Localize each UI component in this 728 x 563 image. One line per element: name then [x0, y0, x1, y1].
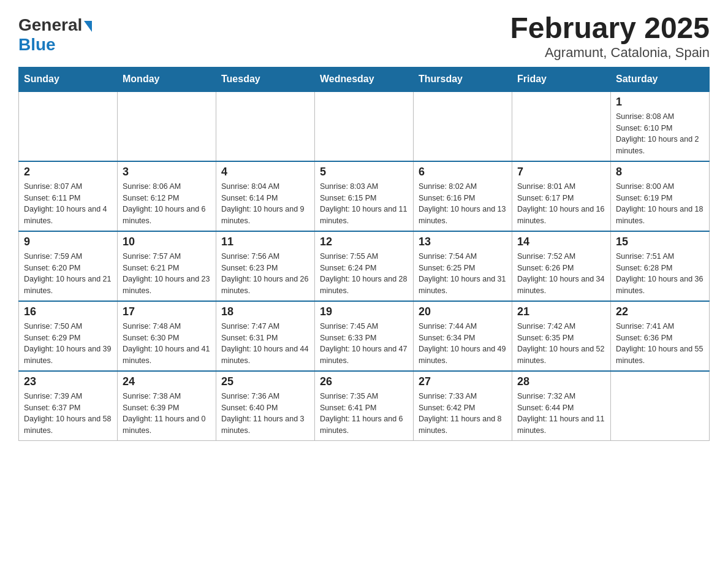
day-info: Sunrise: 7:55 AMSunset: 6:24 PMDaylight:… — [320, 251, 408, 297]
calendar-day-cell: 13Sunrise: 7:54 AMSunset: 6:25 PMDayligh… — [414, 231, 512, 301]
calendar-day-cell: 7Sunrise: 8:01 AMSunset: 6:17 PMDaylight… — [512, 161, 611, 231]
calendar-day-cell: 21Sunrise: 7:42 AMSunset: 6:35 PMDayligh… — [512, 301, 611, 371]
day-info: Sunrise: 7:48 AMSunset: 6:30 PMDaylight:… — [123, 321, 211, 367]
logo: General Blue — [18, 12, 92, 55]
logo-triangle-icon — [84, 21, 92, 32]
calendar-header-row: SundayMondayTuesdayWednesdayThursdayFrid… — [19, 67, 710, 91]
day-info: Sunrise: 7:57 AMSunset: 6:21 PMDaylight:… — [123, 251, 211, 297]
calendar-day-cell: 2Sunrise: 8:07 AMSunset: 6:11 PMDaylight… — [19, 161, 118, 231]
calendar-day-cell: 19Sunrise: 7:45 AMSunset: 6:33 PMDayligh… — [315, 301, 414, 371]
calendar-day-cell: 3Sunrise: 8:06 AMSunset: 6:12 PMDaylight… — [118, 161, 216, 231]
day-info: Sunrise: 8:00 AMSunset: 6:19 PMDaylight:… — [616, 181, 704, 227]
day-number: 18 — [221, 305, 309, 318]
day-number: 17 — [123, 305, 211, 318]
empty-calendar-cell — [118, 91, 216, 161]
day-info: Sunrise: 7:38 AMSunset: 6:39 PMDaylight:… — [123, 391, 211, 437]
day-info: Sunrise: 7:51 AMSunset: 6:28 PMDaylight:… — [616, 251, 704, 297]
week-row: 1Sunrise: 8:08 AMSunset: 6:10 PMDaylight… — [19, 91, 710, 161]
day-of-week-header: Thursday — [414, 67, 512, 91]
day-number: 12 — [320, 236, 408, 248]
day-of-week-header: Friday — [512, 67, 611, 91]
page-header: General Blue February 2025 Agramunt, Cat… — [18, 12, 710, 61]
calendar-day-cell: 18Sunrise: 7:47 AMSunset: 6:31 PMDayligh… — [216, 301, 315, 371]
week-row: 9Sunrise: 7:59 AMSunset: 6:20 PMDaylight… — [19, 231, 710, 301]
calendar-day-cell: 9Sunrise: 7:59 AMSunset: 6:20 PMDaylight… — [19, 231, 118, 301]
calendar-subtitle: Agramunt, Catalonia, Spain — [510, 45, 710, 61]
calendar-day-cell: 4Sunrise: 8:04 AMSunset: 6:14 PMDaylight… — [216, 161, 315, 231]
day-number: 23 — [24, 375, 112, 388]
day-number: 9 — [24, 236, 112, 248]
day-info: Sunrise: 7:45 AMSunset: 6:33 PMDaylight:… — [320, 321, 408, 367]
week-row: 16Sunrise: 7:50 AMSunset: 6:29 PMDayligh… — [19, 301, 710, 371]
day-number: 13 — [419, 236, 507, 248]
day-info: Sunrise: 7:33 AMSunset: 6:42 PMDaylight:… — [419, 391, 507, 437]
day-number: 5 — [320, 166, 408, 178]
day-number: 7 — [517, 166, 605, 178]
calendar-day-cell: 16Sunrise: 7:50 AMSunset: 6:29 PMDayligh… — [19, 301, 118, 371]
day-info: Sunrise: 7:50 AMSunset: 6:29 PMDaylight:… — [24, 321, 112, 367]
day-info: Sunrise: 7:36 AMSunset: 6:40 PMDaylight:… — [221, 391, 309, 437]
calendar-day-cell: 12Sunrise: 7:55 AMSunset: 6:24 PMDayligh… — [315, 231, 414, 301]
logo-blue-text: Blue — [18, 35, 56, 54]
empty-calendar-cell — [611, 371, 710, 441]
calendar-day-cell: 27Sunrise: 7:33 AMSunset: 6:42 PMDayligh… — [414, 371, 512, 441]
calendar-day-cell: 20Sunrise: 7:44 AMSunset: 6:34 PMDayligh… — [414, 301, 512, 371]
day-info: Sunrise: 7:59 AMSunset: 6:20 PMDaylight:… — [24, 251, 112, 297]
day-number: 6 — [419, 166, 507, 178]
week-row: 2Sunrise: 8:07 AMSunset: 6:11 PMDaylight… — [19, 161, 710, 231]
empty-calendar-cell — [315, 91, 414, 161]
calendar-day-cell: 11Sunrise: 7:56 AMSunset: 6:23 PMDayligh… — [216, 231, 315, 301]
day-info: Sunrise: 7:47 AMSunset: 6:31 PMDaylight:… — [221, 321, 309, 367]
day-info: Sunrise: 8:04 AMSunset: 6:14 PMDaylight:… — [221, 181, 309, 227]
calendar-day-cell: 22Sunrise: 7:41 AMSunset: 6:36 PMDayligh… — [611, 301, 710, 371]
day-info: Sunrise: 7:35 AMSunset: 6:41 PMDaylight:… — [320, 391, 408, 437]
day-number: 16 — [24, 305, 112, 318]
day-of-week-header: Sunday — [19, 67, 118, 91]
day-info: Sunrise: 7:32 AMSunset: 6:44 PMDaylight:… — [517, 391, 605, 437]
day-number: 10 — [123, 236, 211, 248]
empty-calendar-cell — [414, 91, 512, 161]
title-block: February 2025 Agramunt, Catalonia, Spain — [510, 12, 710, 61]
day-number: 3 — [123, 166, 211, 178]
day-number: 25 — [221, 375, 309, 388]
calendar-day-cell: 8Sunrise: 8:00 AMSunset: 6:19 PMDaylight… — [611, 161, 710, 231]
day-number: 21 — [517, 305, 605, 318]
calendar-day-cell: 1Sunrise: 8:08 AMSunset: 6:10 PMDaylight… — [611, 91, 710, 161]
day-info: Sunrise: 7:54 AMSunset: 6:25 PMDaylight:… — [419, 251, 507, 297]
calendar-day-cell: 24Sunrise: 7:38 AMSunset: 6:39 PMDayligh… — [118, 371, 216, 441]
logo-general-text: General — [18, 15, 82, 35]
empty-calendar-cell — [216, 91, 315, 161]
day-info: Sunrise: 7:42 AMSunset: 6:35 PMDaylight:… — [517, 321, 605, 367]
day-number: 2 — [24, 166, 112, 178]
day-info: Sunrise: 8:02 AMSunset: 6:16 PMDaylight:… — [419, 181, 507, 227]
calendar-day-cell: 14Sunrise: 7:52 AMSunset: 6:26 PMDayligh… — [512, 231, 611, 301]
week-row: 23Sunrise: 7:39 AMSunset: 6:37 PMDayligh… — [19, 371, 710, 441]
day-number: 1 — [616, 96, 704, 109]
day-number: 26 — [320, 375, 408, 388]
day-number: 20 — [419, 305, 507, 318]
empty-calendar-cell — [512, 91, 611, 161]
calendar-day-cell: 23Sunrise: 7:39 AMSunset: 6:37 PMDayligh… — [19, 371, 118, 441]
day-info: Sunrise: 8:07 AMSunset: 6:11 PMDaylight:… — [24, 181, 112, 227]
calendar-table: SundayMondayTuesdayWednesdayThursdayFrid… — [18, 67, 710, 441]
day-info: Sunrise: 7:41 AMSunset: 6:36 PMDaylight:… — [616, 321, 704, 367]
day-number: 19 — [320, 305, 408, 318]
day-info: Sunrise: 7:39 AMSunset: 6:37 PMDaylight:… — [24, 391, 112, 437]
day-number: 14 — [517, 236, 605, 248]
day-number: 8 — [616, 166, 704, 178]
calendar-day-cell: 17Sunrise: 7:48 AMSunset: 6:30 PMDayligh… — [118, 301, 216, 371]
day-info: Sunrise: 8:01 AMSunset: 6:17 PMDaylight:… — [517, 181, 605, 227]
day-number: 15 — [616, 236, 704, 248]
day-of-week-header: Monday — [118, 67, 216, 91]
day-info: Sunrise: 7:52 AMSunset: 6:26 PMDaylight:… — [517, 251, 605, 297]
day-info: Sunrise: 8:08 AMSunset: 6:10 PMDaylight:… — [616, 111, 704, 157]
calendar-day-cell: 28Sunrise: 7:32 AMSunset: 6:44 PMDayligh… — [512, 371, 611, 441]
day-number: 4 — [221, 166, 309, 178]
day-of-week-header: Tuesday — [216, 67, 315, 91]
day-of-week-header: Wednesday — [315, 67, 414, 91]
day-number: 24 — [123, 375, 211, 388]
calendar-day-cell: 26Sunrise: 7:35 AMSunset: 6:41 PMDayligh… — [315, 371, 414, 441]
day-info: Sunrise: 7:44 AMSunset: 6:34 PMDaylight:… — [419, 321, 507, 367]
calendar-day-cell: 25Sunrise: 7:36 AMSunset: 6:40 PMDayligh… — [216, 371, 315, 441]
day-number: 11 — [221, 236, 309, 248]
